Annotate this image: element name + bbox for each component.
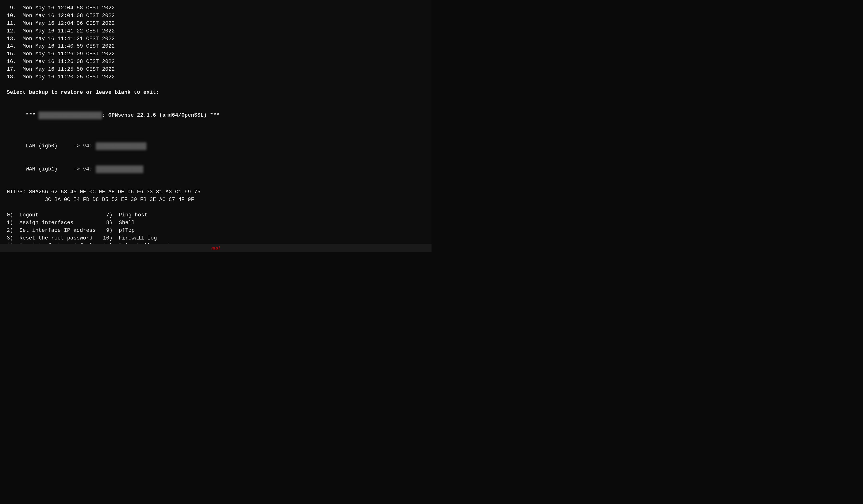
history-line-15: 15. Mon May 16 11:26:09 CEST 2022 — [7, 50, 425, 58]
hostname-line: *** Hostname.localdomain: OPNsense 22.1.… — [7, 104, 425, 127]
history-line-16: 16. Mon May 16 11:26:08 CEST 2022 — [7, 58, 425, 66]
history-line-11: 11. Mon May 16 12:04:06 CEST 2022 — [7, 20, 425, 27]
menu-item-0: 0) Logout — [7, 211, 103, 219]
blank-line-5 — [7, 204, 425, 211]
lan-ip: 192.168.xx.xx/24 — [96, 142, 147, 150]
menu-item-11: 11) Reload all services — [103, 242, 194, 244]
lan-label: LAN (igb0) -> v4: — [26, 143, 96, 149]
blank-line-4 — [7, 180, 425, 188]
history-lines: 9. Mon May 16 12:04:58 CEST 2022 10. Mon… — [7, 4, 425, 81]
hostname-blurred: Hostname.localdomain — [38, 112, 102, 119]
menu-item-2: 2) Set interface IP address — [7, 227, 103, 235]
menu-item-10: 10) Firewall log — [103, 235, 194, 242]
blank-line-2 — [7, 97, 425, 104]
monitor-frame: 9. Mon May 16 12:04:58 CEST 2022 10. Mon… — [0, 0, 432, 252]
menu-item-8: 8) Shell — [103, 219, 194, 227]
hostname-prefix: *** — [26, 112, 38, 118]
lan-line: LAN (igb0) -> v4: 192.168.xx.xx/24 — [7, 135, 425, 158]
menu-item-4: 4) Reset to factory defaults — [7, 242, 103, 244]
blank-line-3 — [7, 127, 425, 135]
terminal-screen: 9. Mon May 16 12:04:58 CEST 2022 10. Mon… — [0, 0, 432, 244]
menu-item-3: 3) Reset the root password — [7, 235, 103, 242]
wan-ip: 203.xx.xx.xx/24 — [96, 165, 143, 173]
history-line-12: 12. Mon May 16 11:41:22 CEST 2022 — [7, 27, 425, 35]
msi-logo: msi — [211, 245, 220, 251]
bottom-bar: msi — [0, 244, 432, 252]
menu-item-1: 1) Assign interfaces — [7, 219, 103, 227]
menu-left: 0) Logout 1) Assign interfaces 2) Set in… — [7, 211, 103, 244]
history-line-13: 13. Mon May 16 11:41:21 CEST 2022 — [7, 35, 425, 43]
history-line-10: 10. Mon May 16 12:04:08 CEST 2022 — [7, 12, 425, 20]
history-line-9: 9. Mon May 16 12:04:58 CEST 2022 — [7, 4, 425, 12]
select-prompt: Select backup to restore or leave blank … — [7, 89, 425, 97]
menu-grid: 0) Logout 1) Assign interfaces 2) Set in… — [7, 211, 425, 244]
wan-line: WAN (igb1) -> v4: 203.xx.xx.xx/24 — [7, 158, 425, 181]
menu-item-9: 9) pfTop — [103, 227, 194, 235]
blank-line-1 — [7, 81, 425, 89]
history-line-14: 14. Mon May 16 11:40:59 CEST 2022 — [7, 42, 425, 50]
wan-label: WAN (igb1) -> v4: — [26, 166, 96, 172]
hostname-suffix: : OPNsense 22.1.6 (amd64/OpenSSL) *** — [102, 112, 220, 118]
https-line-2: 3C BA 0C E4 FD D8 D5 52 EF 30 FB 3E AC C… — [7, 196, 425, 204]
history-line-17: 17. Mon May 16 11:25:50 CEST 2022 — [7, 66, 425, 73]
history-line-18: 18. Mon May 16 11:20:25 CEST 2022 — [7, 73, 425, 81]
menu-right: 7) Ping host 8) Shell 9) pfTop 10) Firew… — [103, 211, 194, 244]
menu-item-7: 7) Ping host — [103, 211, 194, 219]
https-line-1: HTTPS: SHA256 62 53 45 0E 0C 0E AE DE D6… — [7, 188, 425, 196]
